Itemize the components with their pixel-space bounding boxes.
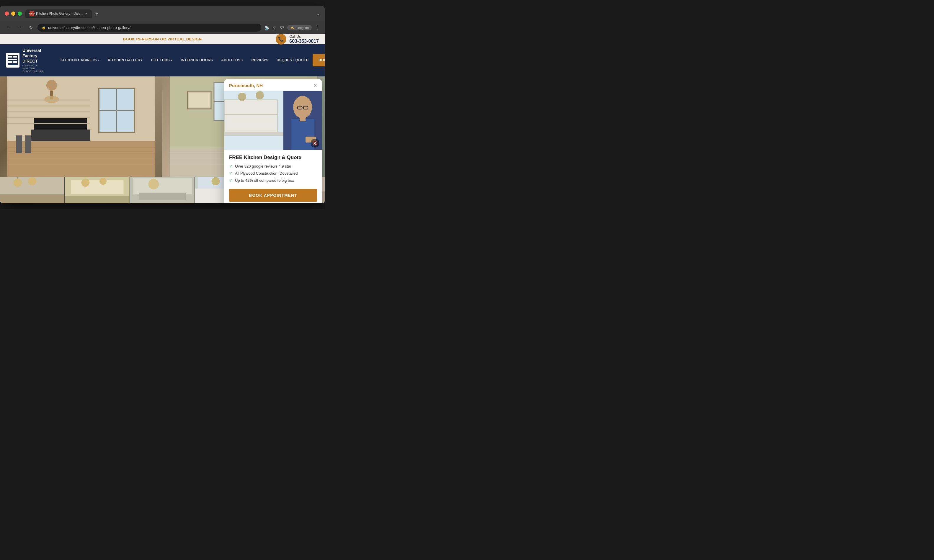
- popup-close-button[interactable]: ×: [314, 83, 317, 88]
- svg-rect-4: [8, 61, 12, 63]
- popup-feature-2: ✓ All Plywood Construction, Dovetailed: [229, 171, 317, 176]
- call-info: Call Us 603-353-0017: [289, 34, 319, 44]
- top-bar: BOOK IN-PERSON OR VIRTUAL DESIGN 📞 Call …: [0, 34, 325, 44]
- svg-point-58: [293, 96, 312, 118]
- popup-feature-3: ✓ Up to 42% off compared to big box: [229, 178, 317, 183]
- active-tab[interactable]: UFD Kitchen Photo Gallery - Disc... ✕: [25, 9, 92, 18]
- traffic-lights: [5, 11, 22, 15]
- logo-tagline: CABINET & HOT TUB DISCOUNTERS: [22, 64, 45, 73]
- back-button[interactable]: ←: [5, 25, 13, 31]
- nav-request-quote[interactable]: REQUEST QUOTE: [273, 53, 313, 68]
- chevron-down-icon: ▾: [242, 59, 243, 62]
- website-content: BOOK IN-PERSON OR VIRTUAL DESIGN 📞 Call …: [0, 34, 325, 203]
- svg-point-53: [238, 93, 246, 101]
- call-label: Call Us: [289, 34, 319, 38]
- svg-rect-21: [16, 135, 22, 153]
- svg-point-68: [28, 177, 36, 185]
- svg-rect-48: [224, 114, 277, 132]
- svg-point-82: [212, 177, 220, 185]
- check-icon-1: ✓: [229, 164, 233, 169]
- svg-rect-63: [300, 117, 305, 121]
- call-number[interactable]: 603-353-0017: [289, 38, 319, 44]
- popup-body: FREE Kitchen Design & Quote ✓ Over 320 g…: [224, 150, 322, 203]
- browser-titlebar: UFD Kitchen Photo Gallery - Disc... ✕ + …: [0, 6, 325, 21]
- logo-icon: [6, 53, 20, 68]
- popup-video[interactable]: 🔇: [224, 91, 322, 150]
- site-logo[interactable]: Universal FactoryDIRECT CABINET & HOT TU…: [6, 44, 51, 77]
- svg-point-12: [46, 80, 57, 91]
- browser-window: UFD Kitchen Photo Gallery - Disc... ✕ + …: [0, 6, 325, 203]
- popup-book-appointment-button[interactable]: BOOK APPOINTMENT: [229, 189, 317, 202]
- video-scene: [224, 91, 322, 150]
- svg-rect-3: [8, 59, 17, 60]
- nav-items: KITCHEN CABINETS ▾ KITCHEN GALLERY HOT T…: [56, 53, 313, 68]
- tab-bar: UFD Kitchen Photo Gallery - Disc... ✕ +: [25, 9, 313, 18]
- nav-kitchen-gallery[interactable]: KITCHEN GALLERY: [103, 53, 147, 68]
- refresh-button[interactable]: ↻: [27, 24, 34, 31]
- forward-button[interactable]: →: [16, 25, 24, 31]
- new-tab-button[interactable]: +: [96, 11, 98, 16]
- bookmark-icon[interactable]: ☆: [273, 25, 277, 30]
- thumb-svg-3: [130, 177, 194, 203]
- check-icon-2: ✓: [229, 171, 233, 176]
- popup-feature-1: ✓ Over 320 google reviews 4.9 star: [229, 164, 317, 169]
- svg-point-55: [256, 91, 264, 99]
- thumb-svg-1: [0, 177, 64, 203]
- popup-title: FREE Kitchen Design & Quote: [229, 155, 317, 160]
- thumb-svg-2: [65, 177, 129, 203]
- svg-point-66: [14, 178, 22, 187]
- nav-about-us[interactable]: ABOUT US ▾: [217, 53, 247, 68]
- chevron-down-icon: ▾: [171, 59, 173, 62]
- svg-rect-2: [13, 56, 17, 57]
- maximize-window-button[interactable]: [18, 11, 22, 15]
- close-window-button[interactable]: [5, 11, 9, 15]
- svg-rect-50: [224, 100, 277, 114]
- nav-reviews[interactable]: REVIEWS: [247, 53, 273, 68]
- url-text: universalfactorydirect.com/kitchen-photo…: [48, 25, 131, 30]
- nav-kitchen-cabinets[interactable]: KITCHEN CABINETS ▾: [56, 53, 103, 68]
- popup-widget: Portsmouth, NH ×: [224, 79, 322, 203]
- svg-rect-5: [13, 61, 17, 63]
- toolbar-icons: 📡 ☆ 🛡: [264, 25, 284, 30]
- logo-name: Universal FactoryDIRECT: [22, 48, 45, 64]
- tab-favicon: UFD: [29, 11, 34, 16]
- mute-button[interactable]: 🔇: [311, 138, 319, 148]
- call-us-widget: 📞 Call Us 603-353-0017: [276, 34, 319, 45]
- video-background: [224, 91, 322, 150]
- mute-icon: 🔇: [313, 141, 317, 145]
- minimize-window-button[interactable]: [11, 11, 15, 15]
- svg-point-73: [100, 178, 107, 185]
- incognito-label: Incognito: [296, 26, 309, 29]
- gallery-image-1[interactable]: [0, 77, 162, 177]
- check-icon-3: ✓: [229, 178, 233, 183]
- svg-rect-77: [139, 193, 186, 200]
- gallery-thumb-3[interactable]: [130, 177, 194, 203]
- tab-expand-button[interactable]: ⌄: [316, 11, 320, 16]
- gallery-thumb-1[interactable]: [0, 177, 64, 203]
- tab-close-button[interactable]: ✕: [85, 12, 88, 15]
- chevron-down-icon: ▾: [98, 59, 100, 62]
- svg-point-14: [44, 96, 59, 103]
- phone-icon: 📞: [276, 34, 286, 45]
- logo-svg: [7, 55, 18, 66]
- address-bar[interactable]: 🔒 universalfactorydirect.com/kitchen-pho…: [37, 24, 261, 32]
- logo-text-block: Universal FactoryDIRECT CABINET & HOT TU…: [22, 48, 45, 73]
- incognito-badge: 🕵 Incognito: [287, 25, 312, 31]
- gallery-section: BEFORE Portsmouth, NH ×: [0, 77, 325, 203]
- nav-book-appointment-button[interactable]: BOOK APPOINTMENT: [313, 54, 325, 66]
- main-navigation: Universal FactoryDIRECT CABINET & HOT TU…: [0, 44, 325, 77]
- svg-point-78: [148, 179, 159, 189]
- svg-rect-52: [224, 132, 284, 136]
- svg-rect-46: [189, 93, 210, 108]
- browser-menu-button[interactable]: ⋮: [315, 25, 320, 31]
- svg-rect-74: [65, 195, 129, 203]
- svg-rect-76: [133, 178, 192, 194]
- room-illustration-1: [0, 77, 162, 177]
- nav-hot-tubs[interactable]: HOT TUBS ▾: [147, 53, 177, 68]
- svg-rect-1: [8, 56, 12, 57]
- cast-icon[interactable]: 📡: [264, 25, 269, 30]
- gallery-thumb-2[interactable]: [65, 177, 129, 203]
- shield-icon[interactable]: 🛡: [280, 25, 284, 30]
- promo-link[interactable]: BOOK IN-PERSON OR VIRTUAL DESIGN: [123, 37, 202, 41]
- nav-interior-doors[interactable]: INTERIOR DOORS: [177, 53, 217, 68]
